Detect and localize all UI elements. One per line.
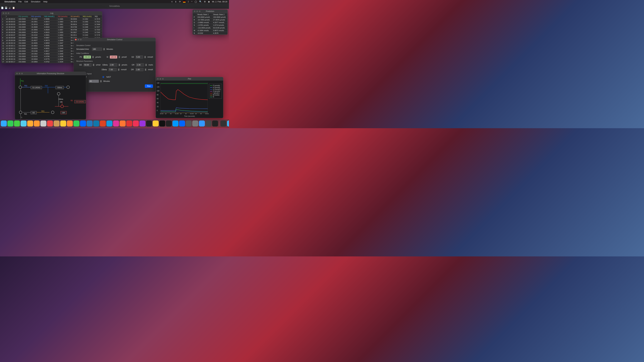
minimize-icon[interactable] [19,73,20,74]
dock-app-parallels[interactable] [126,120,132,126]
status-icon[interactable]: 🌡 [175,0,177,3]
dock-app-tv[interactable] [146,120,152,126]
dock-app-textedit[interactable] [40,120,46,126]
menu-file[interactable]: File [18,0,22,3]
maximize-icon[interactable] [21,73,23,74]
stepper-icon[interactable]: ▲▼ [100,80,102,82]
table-row[interactable]: 2d1 00:00:02150.000019.33514.99721.16639… [2,20,102,23]
gr-input[interactable]: 2.30 [136,63,144,66]
wifi-icon[interactable]: ⌔ [191,0,192,3]
dock-app-iterm[interactable] [166,120,172,126]
dock-app-app1[interactable] [186,120,192,126]
dock-app-bluetooth[interactable] [179,120,185,126]
dr-input[interactable]: 1.60 [135,68,144,71]
dock-app-music[interactable] [133,120,139,126]
export-icon[interactable]: 📋 [12,6,15,9]
radio-fsigt[interactable] [102,76,104,78]
minimize-icon[interactable] [78,39,79,40]
stepper-icon[interactable]: ▲▼ [103,48,105,50]
maximize-icon[interactable] [162,78,164,80]
dock-app-notes[interactable] [60,120,66,126]
maximize-icon[interactable] [80,39,82,40]
stepper-icon[interactable]: ▲▼ [93,64,94,66]
minimize-icon[interactable] [160,78,161,80]
spotlight-icon[interactable]: 🔍 [199,0,202,3]
close-icon[interactable] [75,39,76,40]
dock-app-powerpoint[interactable] [100,120,106,126]
dock-app-affinity1[interactable] [106,120,112,126]
dock-app-maps[interactable] [20,120,26,126]
ge-input[interactable]: 50.00 [84,63,92,66]
stepper-icon[interactable]: ▲▼ [145,64,147,66]
status-icon[interactable]: ⎋ [172,0,173,3]
gbeta-input[interactable]: 2.80 [109,63,117,66]
stepper-icon[interactable]: ▲▼ [118,68,120,71]
dock-app-app4[interactable] [212,120,218,126]
run-button[interactable]: Run [145,84,153,88]
dock-app-photos[interactable] [27,120,33,126]
dock-app-excel[interactable] [93,120,99,126]
dock-app-affinity2[interactable] [113,120,119,126]
p0-input[interactable]: 150.00 [84,55,91,59]
table-row[interactable]: 1d1 00:00:01150.000019.31824.99861.16659… [2,18,102,20]
dock-app-affinity3[interactable] [120,120,126,126]
dock-app-facetime[interactable] [8,120,13,126]
close-icon[interactable] [194,10,196,12]
flag-icon[interactable] [183,1,186,2]
simulated-time-input[interactable]: 180 [92,48,102,51]
menu-simulation[interactable]: Simulation [31,0,40,3]
new-doc-icon[interactable]: 📄 [1,6,4,9]
table-row[interactable]: 3d1 00:00:03150.000019.35194.99571.16619… [2,23,102,26]
dock-app-podcasts[interactable] [140,120,146,126]
stepper-icon[interactable]: ▲▼ [145,68,146,71]
dock-app-zoom[interactable] [199,120,205,126]
dock-app-app2[interactable] [192,120,198,126]
dock-app-reminders[interactable] [34,120,40,126]
dock-app-messages[interactable] [14,120,20,126]
minimize-icon[interactable] [5,12,7,14]
table-row[interactable]: 7d1 00:00:07150.000019.41924.99011.16539… [2,34,102,36]
siri-icon[interactable]: ◉ [208,0,210,3]
stepper-icon[interactable]: ▲▼ [118,56,120,58]
maximize-icon[interactable] [8,12,9,14]
control-center-icon[interactable]: ⚙ [204,0,206,3]
minimize-icon[interactable] [196,10,198,12]
dock-app-pages[interactable] [67,120,73,126]
dock-app-safari2[interactable] [227,120,229,126]
table-row[interactable]: 5d1 00:00:05150.000019.38564.99291.16579… [2,28,102,31]
dock-app-word[interactable] [87,120,92,126]
dock-app-asterisk[interactable] [153,120,159,126]
menu-edit[interactable]: Edit [24,0,28,3]
dock-app-numbers[interactable] [74,120,80,126]
maximize-icon[interactable] [199,10,200,12]
dbeta-input[interactable]: 7.00 [108,68,117,71]
starts-at-input[interactable]: 45 [89,80,99,83]
close-icon[interactable] [157,78,159,80]
table-row[interactable]: 6d1 00:00:06150.000019.40244.99151.16559… [2,31,102,34]
dock-app-contacts[interactable] [54,120,60,126]
dock-app-3d[interactable] [220,120,226,126]
bluetooth-icon[interactable]: ᛒ [188,0,189,3]
user-icon[interactable]: ◯ [195,0,197,3]
dock-app-opera[interactable] [0,120,0,126]
g0-input[interactable]: 5.00 [136,55,143,59]
i0-input[interactable]: 100.00 [110,55,117,59]
stepper-icon[interactable]: ▲▼ [92,56,94,58]
dock-app-keynote[interactable] [80,120,86,126]
dock-app-app3[interactable] [206,120,212,126]
menu-help[interactable]: Help [43,0,48,3]
clock[interactable]: Mi. 2. Feb. 09:16 [212,0,227,3]
close-icon[interactable] [16,73,18,74]
dock-app-mail[interactable] [1,120,7,126]
dock-app-calendar[interactable] [47,120,53,126]
close-icon[interactable] [3,12,4,14]
stepper-icon[interactable]: ▲▼ [144,56,146,58]
table-row[interactable]: 4d1 00:00:04150.000019.36884.99431.16599… [2,26,102,28]
dock-app-terminal[interactable] [159,120,165,126]
dock-app-appstore[interactable] [172,120,178,126]
app-menu[interactable]: SimulaBeta [4,0,16,3]
print-icon[interactable]: 🖨 [8,6,11,9]
stepper-icon[interactable]: ▲▼ [118,64,120,66]
status-icon[interactable]: ⟳ [179,0,181,3]
save-icon[interactable]: 💾 [5,6,7,9]
